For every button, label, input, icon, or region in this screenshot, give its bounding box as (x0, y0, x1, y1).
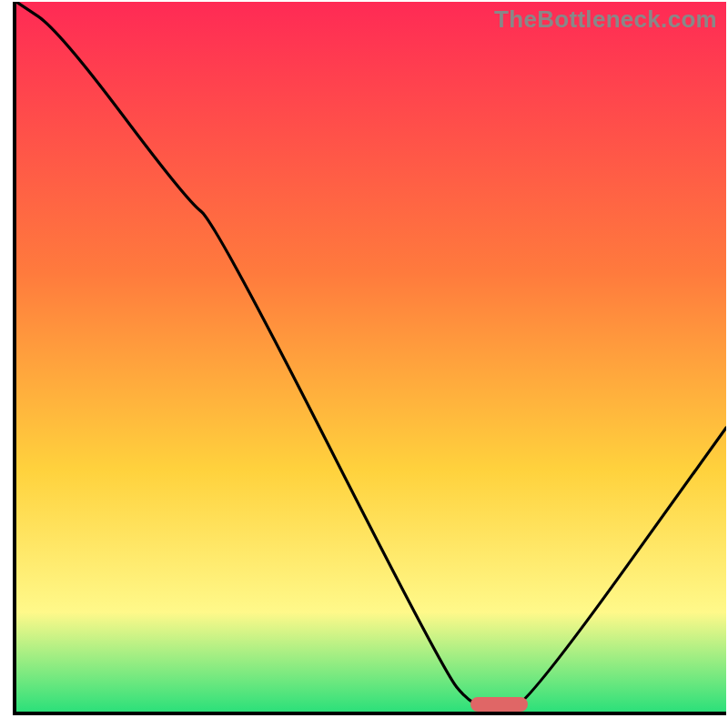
watermark-text: TheBottleneck.com (494, 5, 717, 34)
y-axis (13, 2, 16, 715)
plot-area (16, 2, 726, 712)
bottleneck-chart: TheBottleneck.com (0, 0, 728, 728)
x-axis (13, 712, 726, 715)
optimum-marker (470, 697, 527, 712)
bottleneck-curve (16, 2, 726, 712)
